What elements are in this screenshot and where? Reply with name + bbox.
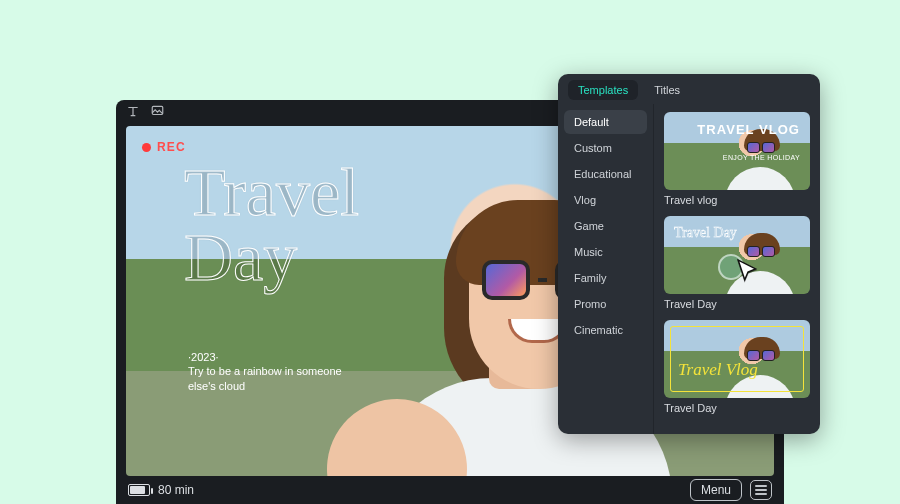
template-thumb: TRAVEL VLOG ENJOY THE HOLIDAY Travel vlo…: [664, 112, 810, 206]
category-custom[interactable]: Custom: [564, 136, 647, 160]
template-thumb-image[interactable]: TRAVEL VLOG ENJOY THE HOLIDAY: [664, 112, 810, 190]
template-thumb-image[interactable]: Travel Vlog: [664, 320, 810, 398]
category-default[interactable]: Default: [564, 110, 647, 134]
preview-bottom-bar: 80 min Menu: [116, 476, 784, 504]
list-button[interactable]: [750, 480, 772, 500]
category-list: Default Custom Educational Vlog Game Mus…: [558, 104, 654, 434]
panel-tabs: Templates Titles: [558, 74, 820, 104]
category-vlog[interactable]: Vlog: [564, 188, 647, 212]
tab-titles[interactable]: Titles: [644, 80, 690, 100]
template-thumb-image[interactable]: Travel Day: [664, 216, 810, 294]
template-thumb-list[interactable]: TRAVEL VLOG ENJOY THE HOLIDAY Travel vlo…: [654, 104, 820, 434]
year-overlay: ·2023·: [188, 351, 219, 363]
rec-indicator: REC: [142, 140, 186, 154]
template-thumb-label: Travel vlog: [664, 194, 810, 206]
image-tool-icon[interactable]: [150, 104, 165, 122]
category-cinematic[interactable]: Cinematic: [564, 318, 647, 342]
templates-panel: Templates Titles Default Custom Educatio…: [558, 74, 820, 434]
text-tool-icon[interactable]: [126, 104, 140, 122]
template-thumb-label: Travel Day: [664, 298, 810, 310]
category-music[interactable]: Music: [564, 240, 647, 264]
duration-label: 80 min: [158, 483, 194, 497]
template-thumb-label: Travel Day: [664, 402, 810, 414]
tab-templates[interactable]: Templates: [568, 80, 638, 100]
rec-label: REC: [157, 140, 186, 154]
category-family[interactable]: Family: [564, 266, 647, 290]
record-dot-icon: [142, 143, 151, 152]
category-educational[interactable]: Educational: [564, 162, 647, 186]
menu-button[interactable]: Menu: [690, 479, 742, 501]
template-thumb: Travel Day Travel Day: [664, 216, 810, 310]
template-thumb: Travel Vlog Travel Day: [664, 320, 810, 414]
category-game[interactable]: Game: [564, 214, 647, 238]
tagline-overlay: Try to be a rainbow in someone else's cl…: [188, 364, 368, 394]
battery-icon: [128, 484, 150, 496]
title-overlay[interactable]: Travel Day: [184, 160, 359, 289]
category-promo[interactable]: Promo: [564, 292, 647, 316]
